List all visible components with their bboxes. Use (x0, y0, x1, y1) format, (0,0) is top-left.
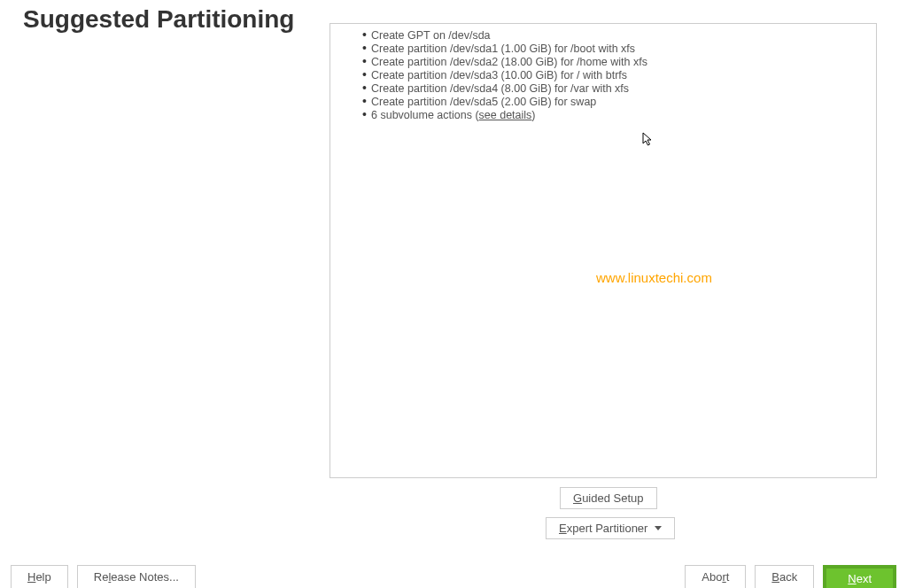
help-button[interactable]: Help (11, 565, 68, 588)
expert-partitioner-rest: xpert Partitioner (567, 522, 648, 535)
expert-partitioner-button[interactable]: Expert Partitioner (546, 517, 675, 539)
release-notes-rest: ease Notes... (111, 570, 179, 584)
footer-left: Help Release Notes... (11, 565, 196, 588)
cursor-icon (642, 132, 655, 148)
footer-right: Abort Back Next (685, 565, 896, 588)
partition-item-subvolume: 6 subvolume actions (see details) (362, 109, 844, 122)
partition-item: Create partition /dev/sda5 (2.00 GiB) fo… (362, 96, 844, 109)
guided-setup-button[interactable]: Guided Setup (560, 487, 657, 509)
partition-item: Create partition /dev/sda1 (1.00 GiB) fo… (362, 43, 844, 56)
subvolume-suffix: ) (531, 109, 535, 121)
partition-item: Create partition /dev/sda2 (18.00 GiB) f… (362, 56, 844, 69)
subvolume-prefix: 6 subvolume actions ( (371, 109, 479, 121)
guided-setup-rest: uided Setup (582, 491, 643, 505)
partition-details-panel: Create GPT on /dev/sda Create partition … (329, 23, 877, 478)
partition-item: Create partition /dev/sda4 (8.00 GiB) fo… (362, 82, 844, 96)
next-rest: ext (857, 572, 872, 585)
abort-pre: Abo (702, 570, 722, 584)
footer-bar: Help Release Notes... Abort Back Next (0, 565, 907, 588)
expert-partitioner-underline: E (559, 522, 567, 535)
partition-item: Create GPT on /dev/sda (362, 29, 844, 43)
next-underline: N (848, 572, 856, 585)
partition-item: Create partition /dev/sda3 (10.00 GiB) f… (362, 69, 844, 82)
watermark-text: www.linuxtechi.com (596, 270, 712, 285)
next-button[interactable]: Next (823, 565, 896, 588)
see-details-link[interactable]: see details (479, 109, 532, 121)
abort-rest: t (726, 570, 730, 584)
guided-setup-underline: G (573, 491, 582, 505)
back-underline: B (771, 570, 779, 584)
partition-list: Create GPT on /dev/sda Create partition … (362, 29, 844, 122)
help-rest: elp (35, 570, 50, 584)
release-notes-button[interactable]: Release Notes... (77, 565, 196, 588)
back-rest: ack (779, 570, 797, 584)
release-notes-pre: Re (94, 570, 109, 584)
abort-button[interactable]: Abort (685, 565, 746, 588)
help-underline: H (27, 570, 35, 584)
back-button[interactable]: Back (755, 565, 814, 588)
chevron-down-icon (655, 526, 662, 530)
